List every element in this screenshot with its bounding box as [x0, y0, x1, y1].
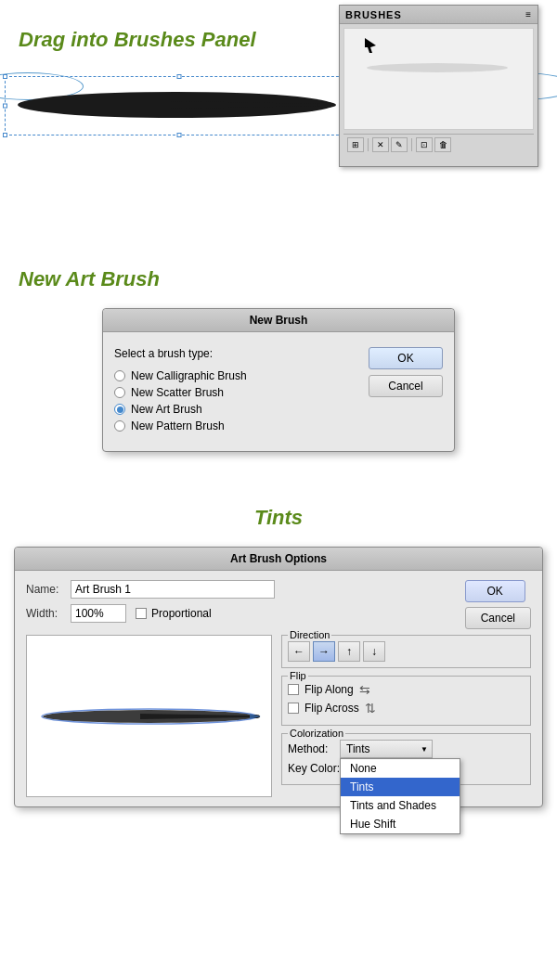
- radio-label-pattern: New Pattern Brush: [131, 419, 225, 432]
- method-dropdown[interactable]: Tints ▼: [340, 740, 433, 758]
- radio-scatter[interactable]: New Scatter Brush: [114, 386, 359, 399]
- dropdown-option-hue-shift[interactable]: Hue Shift: [341, 815, 460, 833]
- method-row: Method: Tints ▼ None Tints: [288, 740, 525, 758]
- name-row: Name:: [26, 580, 456, 599]
- radio-circle-calligraphic: [114, 370, 125, 381]
- radio-label-art: New Art Brush: [131, 403, 202, 416]
- method-dropdown-menu: None Tints Tints and Shades Hue Shift: [340, 758, 460, 834]
- new-brush-cancel-button[interactable]: Cancel: [369, 375, 443, 397]
- flip-along-label: Flip Along: [304, 683, 354, 696]
- brushes-panel-toolbar: ⊞ ✕ ✎ ⊡ 🗑: [343, 134, 534, 154]
- svg-point-4: [367, 63, 508, 72]
- colorization-group: Colorization Method: Tints ▼ None: [281, 733, 531, 785]
- dropdown-option-none[interactable]: None: [341, 759, 460, 778]
- dir-btn-right[interactable]: →: [313, 641, 335, 662]
- panel-stroke-preview: [363, 61, 512, 74]
- flip-across-row: Flip Across ⇅: [288, 701, 525, 716]
- toolbar-divider: [368, 138, 369, 151]
- dropdown-option-tints[interactable]: Tints: [341, 778, 460, 796]
- brushes-panel-content: [343, 28, 534, 130]
- width-label: Width:: [26, 607, 71, 620]
- preview-brush-svg: [38, 703, 261, 730]
- brush-tool-btn-2[interactable]: ✕: [372, 137, 389, 152]
- handle-bot-left: [3, 133, 7, 137]
- name-input[interactable]: [71, 580, 275, 599]
- dir-btn-left[interactable]: ←: [288, 641, 310, 662]
- radio-circle-pattern: [114, 420, 125, 432]
- flip-across-label: Flip Across: [304, 702, 359, 715]
- section-new-art-brush: New Art Brush New Brush Select a brush t…: [0, 251, 557, 489]
- brush-shape-svg: [13, 84, 338, 125]
- brushes-panel-window: BRUSHES ≡ ⊞ ✕ ✎ ⊡ 🗑: [339, 5, 538, 167]
- radio-circle-art: [114, 404, 125, 415]
- colorization-label: Colorization: [288, 728, 345, 739]
- radio-pattern[interactable]: New Pattern Brush: [114, 419, 359, 432]
- key-color-label: Key Color:: [288, 762, 345, 775]
- section-drag-into-brushes: Drag into Brushes Panel BRUSH: [0, 0, 557, 251]
- art-brush-options-dialog: Art Brush Options Name: Width: Proportio…: [14, 547, 543, 807]
- brush-tool-btn-3[interactable]: ✎: [391, 137, 408, 152]
- art-brush-top-row: Name: Width: Proportional OK Cancel: [26, 580, 531, 629]
- flip-across-checkbox[interactable]: [288, 703, 299, 714]
- new-brush-ok-button[interactable]: OK: [369, 347, 443, 369]
- handle-bot-mid: [176, 133, 181, 137]
- section3-title: Tints: [0, 498, 557, 537]
- flip-along-row: Flip Along ⇆: [288, 682, 525, 697]
- art-brush-preview-box: [26, 635, 272, 797]
- new-brush-dialog-left: Select a brush type: New Calligraphic Br…: [114, 347, 359, 436]
- flip-along-icon: ⇆: [359, 682, 370, 697]
- art-brush-options-title: Art Brush Options: [15, 548, 542, 571]
- proportional-text: Proportional: [151, 607, 212, 620]
- art-brush-cancel-button[interactable]: Cancel: [465, 607, 531, 629]
- new-brush-dialog: New Brush Select a brush type: New Calli…: [102, 308, 455, 452]
- proportional-checkbox[interactable]: [136, 608, 147, 619]
- brush-tool-btn-5[interactable]: 🗑: [434, 137, 451, 152]
- new-brush-dialog-content: Select a brush type: New Calligraphic Br…: [103, 332, 454, 451]
- dropdown-option-tints-shades[interactable]: Tints and Shades: [341, 796, 460, 815]
- panel-cursor-arrow: [365, 38, 376, 56]
- radio-label-calligraphic: New Calligraphic Brush: [131, 369, 247, 382]
- svg-marker-3: [365, 38, 376, 53]
- flip-along-checkbox[interactable]: [288, 684, 299, 695]
- handle-top-mid: [176, 74, 181, 79]
- brushes-panel-title: BRUSHES: [345, 9, 402, 20]
- direction-label: Direction: [288, 629, 331, 640]
- flip-across-icon: ⇅: [365, 701, 376, 716]
- art-brush-right-panel: Direction ← → ↑ ↓ Flip Flip Along ⇆: [281, 635, 531, 797]
- radio-calligraphic[interactable]: New Calligraphic Brush: [114, 369, 359, 382]
- method-dropdown-value: Tints: [346, 742, 370, 755]
- brushes-panel-titlebar: BRUSHES ≡: [340, 6, 538, 24]
- svg-point-2: [317, 102, 336, 108]
- method-select-wrapper: Tints ▼ None Tints Tints and Shades Hue …: [340, 740, 433, 758]
- method-label: Method:: [288, 742, 334, 755]
- art-brush-main-area: Direction ← → ↑ ↓ Flip Flip Along ⇆: [26, 635, 531, 797]
- new-brush-dialog-wrapper: New Brush Select a brush type: New Calli…: [0, 299, 557, 471]
- width-input[interactable]: [71, 604, 126, 623]
- ok-cancel-group: OK Cancel: [465, 580, 531, 629]
- dropdown-arrow-icon: ▼: [421, 745, 428, 754]
- width-row: Width: Proportional: [26, 604, 456, 623]
- art-brush-fields: Name: Width: Proportional: [26, 580, 456, 628]
- section2-title: New Art Brush: [0, 260, 557, 299]
- art-brush-options-body: Name: Width: Proportional OK Cancel: [15, 571, 542, 806]
- name-label: Name:: [26, 583, 71, 596]
- brush-tool-btn-1[interactable]: ⊞: [347, 137, 364, 152]
- radio-art[interactable]: New Art Brush: [114, 403, 359, 416]
- section-tints: Tints Art Brush Options Name: Width: P: [0, 489, 557, 826]
- handle-top-left: [3, 74, 7, 79]
- handle-mid-left: [3, 104, 7, 109]
- new-brush-dialog-title: New Brush: [103, 309, 454, 332]
- new-brush-prompt: Select a brush type:: [114, 347, 359, 360]
- radio-label-scatter: New Scatter Brush: [131, 386, 224, 399]
- radio-circle-scatter: [114, 387, 125, 398]
- art-brush-ok-button[interactable]: OK: [465, 580, 525, 602]
- dir-btn-up[interactable]: ↑: [338, 641, 360, 662]
- flip-label: Flip: [288, 670, 308, 681]
- toolbar-divider2: [411, 138, 412, 151]
- flip-group: Flip Flip Along ⇆ Flip Across ⇅: [281, 676, 531, 726]
- proportional-label[interactable]: Proportional: [136, 607, 212, 620]
- brush-tool-btn-4[interactable]: ⊡: [416, 137, 433, 152]
- dir-btn-down[interactable]: ↓: [363, 641, 385, 662]
- brush-selection-box: [5, 76, 353, 135]
- direction-group: Direction ← → ↑ ↓: [281, 635, 531, 668]
